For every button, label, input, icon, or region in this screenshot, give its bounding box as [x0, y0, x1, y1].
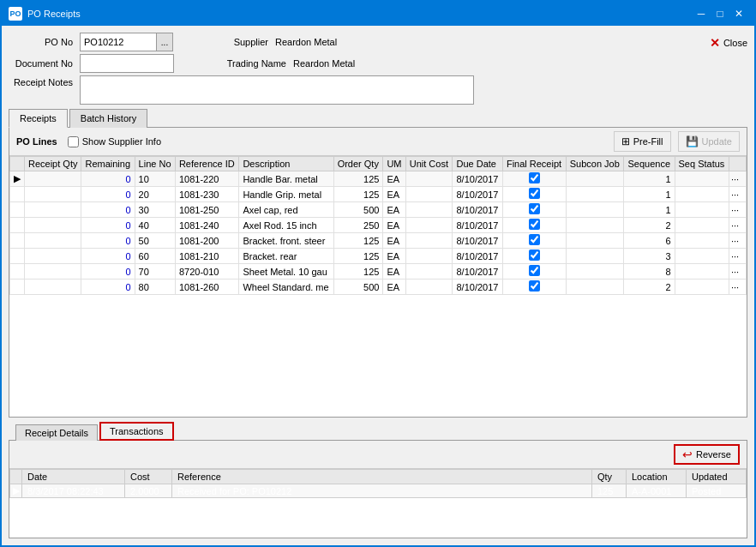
col-reference-id: Reference ID [175, 157, 238, 171]
pre-fill-button[interactable]: ⊞ Pre-Fill [614, 131, 671, 152]
cell-reference-id: 1081-230 [175, 187, 238, 202]
cell-unit-cost [405, 264, 453, 280]
row-actions-button[interactable]: ··· [731, 189, 739, 200]
cell-actions[interactable]: ··· [729, 233, 747, 249]
row-actions-button[interactable]: ··· [731, 220, 739, 231]
final-receipt-checkbox[interactable] [529, 203, 540, 214]
cell-line-no: 30 [135, 202, 175, 218]
row-arrow [10, 218, 25, 233]
receipts-tab-content: PO Lines Show Supplier Info ⊞ Pre-Fill 💾 [9, 128, 747, 418]
tab-transactions[interactable]: Transactions [99, 422, 174, 441]
cell-final-receipt[interactable] [502, 202, 566, 218]
cell-final-receipt[interactable] [502, 249, 566, 264]
cell-actions[interactable]: ··· [729, 280, 747, 295]
cell-final-receipt[interactable] [502, 171, 566, 187]
tab-receipt-details[interactable]: Receipt Details [15, 424, 98, 441]
cell-actions[interactable]: ··· [729, 171, 747, 187]
trans-row-marker: ▶ [10, 484, 22, 498]
cell-receipt-qty[interactable] [25, 249, 81, 264]
row-arrow: ▶ [10, 171, 25, 187]
maximize-button[interactable]: □ [711, 5, 729, 22]
trans-cell-reference: Received for PO: PO10212 [172, 484, 592, 498]
cell-actions[interactable]: ··· [729, 187, 747, 202]
main-tab-bar: Receipts Batch History [9, 108, 747, 128]
cell-subcon-job [566, 233, 624, 249]
row-actions-button[interactable]: ··· [731, 236, 739, 246]
final-receipt-checkbox[interactable] [529, 188, 540, 199]
final-receipt-checkbox[interactable] [529, 249, 540, 261]
cell-receipt-qty[interactable] [25, 233, 81, 249]
cell-actions[interactable]: ··· [729, 218, 747, 233]
document-no-input[interactable] [80, 54, 174, 73]
cell-receipt-qty[interactable] [25, 187, 81, 202]
trans-table-body: ▶8/3/2017 08:22:432.0000Received for PO:… [10, 484, 747, 498]
cell-receipt-qty[interactable] [25, 280, 81, 295]
cell-sequence: 2 [624, 218, 675, 233]
title-close-button[interactable]: ✕ [730, 5, 747, 22]
final-receipt-checkbox[interactable] [529, 265, 540, 276]
po-no-browse-button[interactable]: ... [156, 33, 173, 51]
cell-actions[interactable]: ··· [729, 202, 747, 218]
trans-col-reference: Reference [172, 470, 592, 484]
cell-sequence: 1 [624, 171, 675, 187]
show-supplier-info-checkbox[interactable]: Show Supplier Info [68, 136, 161, 147]
cell-receipt-qty[interactable] [25, 218, 81, 233]
cell-um: EA [383, 264, 405, 280]
cell-actions[interactable]: ··· [729, 264, 747, 280]
cell-order-qty: 125 [333, 249, 383, 264]
final-receipt-checkbox[interactable] [529, 280, 540, 292]
cell-reference-id: 1081-260 [175, 280, 238, 295]
col-sequence: Sequence [624, 157, 675, 171]
cell-final-receipt[interactable] [502, 233, 566, 249]
cell-due-date: 8/10/2017 [453, 202, 502, 218]
row-actions-button[interactable]: ··· [731, 205, 739, 215]
col-receipt-qty: Receipt Qty [25, 157, 81, 171]
cell-line-no: 60 [135, 249, 175, 264]
final-receipt-checkbox[interactable] [529, 234, 540, 245]
cell-receipt-qty[interactable] [25, 202, 81, 218]
table-row: ▶0101081-220Handle Bar. metal125EA8/10/2… [10, 171, 747, 187]
row-actions-button[interactable]: ··· [731, 174, 739, 184]
final-receipt-checkbox[interactable] [529, 172, 540, 183]
cell-final-receipt[interactable] [502, 280, 566, 295]
close-button[interactable]: ✕ Close [710, 36, 747, 50]
row-arrow [10, 264, 25, 280]
cell-receipt-qty[interactable] [25, 264, 81, 280]
table-row: 0301081-250Axel cap, red500EA8/10/20171·… [10, 202, 747, 218]
minimize-button[interactable]: ─ [693, 5, 710, 22]
po-no-field[interactable]: ... [80, 33, 173, 51]
cell-final-receipt[interactable] [502, 218, 566, 233]
show-supplier-info-check[interactable] [68, 136, 79, 147]
cell-unit-cost [405, 202, 453, 218]
reverse-button[interactable]: ↩ Reverse [674, 444, 740, 465]
row-arrow [10, 233, 25, 249]
toolbar-right: ⊞ Pre-Fill 💾 Update [614, 131, 740, 152]
transactions-content: ↩ Reverse Date Cost Reference [9, 441, 747, 538]
cell-um: EA [383, 233, 405, 249]
cell-actions[interactable]: ··· [729, 249, 747, 264]
update-button[interactable]: 💾 Update [678, 131, 740, 152]
tab-receipts[interactable]: Receipts [9, 109, 68, 128]
row-actions-button[interactable]: ··· [731, 267, 739, 277]
receipt-notes-label: Receipt Notes [9, 75, 73, 87]
po-lines-table: Receipt Qty Remaining Line No Reference … [9, 156, 747, 295]
cell-receipt-qty[interactable] [25, 171, 81, 187]
cell-um: EA [383, 202, 405, 218]
cell-sequence: 2 [624, 280, 675, 295]
cell-sequence: 1 [624, 187, 675, 202]
final-receipt-checkbox[interactable] [529, 219, 540, 230]
cell-final-receipt[interactable] [502, 187, 566, 202]
cell-sequence: 1 [624, 202, 675, 218]
po-lines-grid: Receipt Qty Remaining Line No Reference … [9, 156, 747, 417]
row-actions-button[interactable]: ··· [731, 251, 739, 261]
tab-batch-history[interactable]: Batch History [69, 109, 147, 128]
cell-final-receipt[interactable] [502, 264, 566, 280]
row-actions-button[interactable]: ··· [731, 282, 739, 292]
col-order-qty: Order Qty [333, 157, 383, 171]
po-no-input[interactable] [80, 33, 157, 51]
grid-toolbar: PO Lines Show Supplier Info ⊞ Pre-Fill 💾 [9, 128, 747, 156]
receipt-qty-input[interactable] [28, 174, 77, 184]
po-lines-label: PO Lines [16, 136, 57, 147]
receipt-notes-input[interactable] [80, 75, 474, 105]
table-header-row: Receipt Qty Remaining Line No Reference … [10, 157, 747, 171]
